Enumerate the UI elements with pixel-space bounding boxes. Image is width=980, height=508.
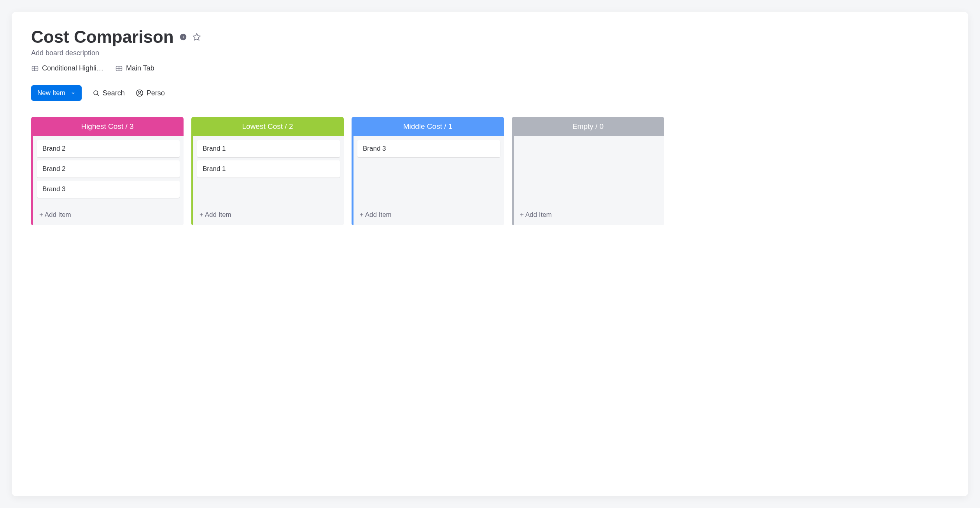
star-icon[interactable]	[192, 33, 201, 41]
info-icon[interactable]	[179, 33, 187, 41]
search-label: Search	[103, 89, 125, 97]
card-item[interactable]: Brand 1	[197, 160, 340, 178]
card-item[interactable]: Brand 1	[197, 140, 340, 157]
search-action[interactable]: Search	[93, 89, 125, 97]
column-middle-cost: Middle Cost / 1 Brand 3 + Add Item	[352, 117, 504, 225]
column-body: Brand 3 + Add Item	[352, 136, 504, 225]
board-container: Cost Comparison Add board description Co…	[12, 12, 968, 496]
svg-point-13	[138, 91, 140, 93]
card-item[interactable]: Brand 2	[37, 140, 180, 157]
column-body: + Add Item	[512, 136, 664, 225]
add-item-button[interactable]: + Add Item	[197, 207, 340, 222]
board-header: Cost Comparison	[31, 27, 949, 47]
home-table-icon	[31, 65, 39, 72]
new-item-label: New Item	[37, 89, 65, 97]
tab-conditional-highlight[interactable]: Conditional Highli…	[31, 64, 103, 72]
add-item-button[interactable]: + Add Item	[37, 207, 180, 222]
person-filter[interactable]: Perso	[136, 89, 165, 97]
tab-label: Main Tab	[126, 64, 154, 72]
column-body: Brand 2 Brand 2 Brand 3 + Add Item	[31, 136, 184, 225]
tab-main[interactable]: Main Tab	[115, 64, 154, 72]
column-spacer	[197, 181, 340, 204]
column-empty: Empty / 0 + Add Item	[512, 117, 664, 225]
svg-point-2	[183, 35, 184, 36]
board-title[interactable]: Cost Comparison	[31, 27, 174, 47]
tabs-row: Conditional Highli… Main Tab	[31, 64, 194, 78]
chevron-down-icon	[71, 91, 75, 95]
new-item-button[interactable]: New Item	[31, 85, 82, 101]
card-item[interactable]: Brand 3	[357, 140, 500, 157]
kanban-board: Highest Cost / 3 Brand 2 Brand 2 Brand 3…	[31, 117, 949, 225]
column-header[interactable]: Middle Cost / 1	[352, 117, 504, 136]
card-item[interactable]: Brand 3	[37, 181, 180, 198]
card-item[interactable]: Brand 2	[37, 160, 180, 178]
svg-rect-4	[32, 66, 38, 71]
column-header[interactable]: Lowest Cost / 2	[191, 117, 344, 136]
person-icon	[136, 89, 144, 97]
column-lowest-cost: Lowest Cost / 2 Brand 1 Brand 1 + Add It…	[191, 117, 344, 225]
column-highest-cost: Highest Cost / 3 Brand 2 Brand 2 Brand 3…	[31, 117, 184, 225]
column-spacer	[357, 160, 500, 204]
board-description[interactable]: Add board description	[31, 49, 949, 57]
svg-marker-3	[193, 33, 200, 40]
column-header[interactable]: Highest Cost / 3	[31, 117, 184, 136]
column-header[interactable]: Empty / 0	[512, 117, 664, 136]
toolbar: New Item Search Perso	[31, 85, 194, 108]
add-item-button[interactable]: + Add Item	[357, 207, 500, 222]
column-spacer	[518, 140, 660, 204]
person-label: Perso	[147, 89, 165, 97]
add-item-button[interactable]: + Add Item	[518, 207, 660, 222]
table-icon	[115, 65, 123, 72]
svg-line-11	[97, 94, 98, 95]
search-icon	[93, 90, 100, 97]
column-body: Brand 1 Brand 1 + Add Item	[191, 136, 344, 225]
svg-point-10	[94, 91, 98, 95]
tab-label: Conditional Highli…	[42, 64, 103, 72]
